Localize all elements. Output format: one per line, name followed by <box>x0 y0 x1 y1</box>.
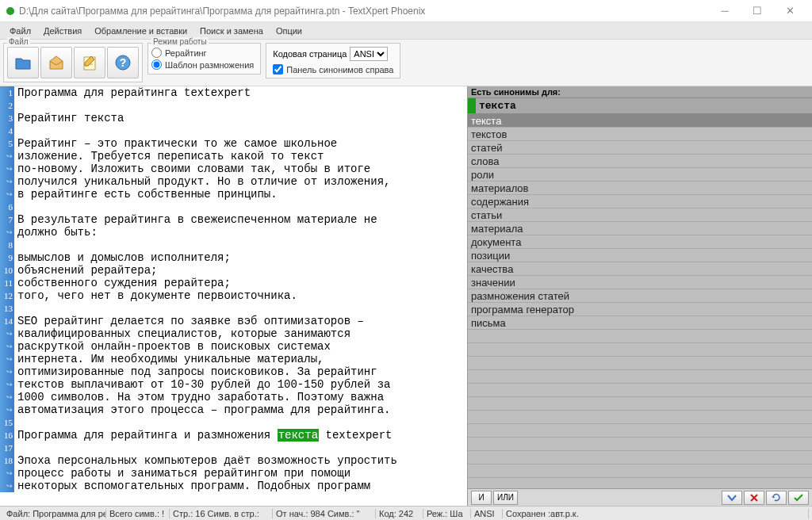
synonym-item[interactable]: значении <box>468 276 812 289</box>
synonym-item[interactable]: программа генератор <box>468 303 812 316</box>
line-text[interactable]: процесс работы и заниматься рерайтингом … <box>14 467 350 480</box>
synonym-item[interactable]: текста <box>468 114 812 128</box>
maximize-button[interactable]: ☐ <box>741 2 773 21</box>
editor-line[interactable]: 14SEO рерайтинг делается по заявке вэб о… <box>0 315 467 327</box>
synonym-item[interactable]: документа <box>468 235 812 249</box>
text-editor[interactable]: 1Программа для рерайтинга textexpert23Ре… <box>0 86 467 506</box>
line-text[interactable]: В результате рерайтинга в свежеиспеченно… <box>14 213 377 226</box>
synonym-item[interactable]: роли <box>468 168 812 182</box>
line-text[interactable]: в рерайтинге есть собственные принципы. <box>14 188 278 201</box>
editor-line[interactable]: ↪получился уникальный продукт. Но в отли… <box>0 175 467 188</box>
synonym-item[interactable]: слова <box>468 155 812 168</box>
edit-button[interactable] <box>74 47 105 78</box>
line-text[interactable]: Программа для рерайтинга и размножения т… <box>14 429 393 442</box>
line-text[interactable]: текстов выплачивают от 10-30 рублей до 1… <box>14 378 390 391</box>
editor-line[interactable]: ↪1000 символов. На этом трудно заработат… <box>0 391 467 403</box>
line-text[interactable]: вымыслов и домыслов исполнителя; <box>14 251 231 264</box>
editor-line[interactable]: ↪в рерайтинге есть собственные принципы. <box>0 188 467 201</box>
editor-line[interactable]: 16Программа для рерайтинга и размножения… <box>0 429 467 442</box>
open-button[interactable] <box>7 47 39 78</box>
menu-search[interactable]: Поиск и замена <box>193 24 270 38</box>
editor-line[interactable]: 15 <box>0 416 467 429</box>
line-text[interactable]: SEO рерайтинг делается по заявке вэб опт… <box>14 315 364 327</box>
line-text[interactable]: 1000 символов. На этом трудно заработать… <box>14 391 384 403</box>
line-text[interactable]: оптимизированные под запросы поисковиков… <box>14 365 377 378</box>
editor-line[interactable]: ↪должно быть: <box>0 226 467 239</box>
editor-line[interactable]: 6 <box>0 201 467 213</box>
editor-line[interactable]: 13 <box>0 302 467 315</box>
syn-check-button[interactable] <box>788 491 809 505</box>
line-text[interactable]: должно быть: <box>14 226 98 239</box>
menu-actions[interactable]: Действия <box>37 24 88 38</box>
line-text[interactable]: квалифицированных специалистов, которые … <box>14 327 350 340</box>
logic-and-button[interactable]: И <box>471 491 492 505</box>
editor-line[interactable]: 3Рерайтинг текста <box>0 112 467 124</box>
line-text[interactable]: автоматизация этого процесса – программа… <box>14 403 390 416</box>
editor-line[interactable]: 9вымыслов и домыслов исполнителя; <box>0 251 467 264</box>
editor-line[interactable]: 18Эпоха персональных компьютеров даёт во… <box>0 454 467 467</box>
synonym-item[interactable]: размножения статей <box>468 289 812 303</box>
synonym-item[interactable]: позиции <box>468 249 812 262</box>
syn-delete-button[interactable] <box>744 491 764 505</box>
editor-line[interactable]: 10объяснений рерайтера; <box>0 264 467 277</box>
line-text[interactable]: получился уникальный продукт. Но в отлич… <box>14 175 390 188</box>
menu-file[interactable]: Файл <box>3 24 37 38</box>
line-text[interactable]: раскруткой онлайн-проектов в поисковых с… <box>14 340 331 353</box>
synonym-item[interactable]: содержания <box>468 195 812 208</box>
line-text[interactable]: Эпоха персональных компьютеров даёт возм… <box>14 454 397 467</box>
editor-line[interactable]: 4 <box>0 124 467 137</box>
line-text[interactable]: интернета. Им необходимы уникальные мате… <box>14 353 324 365</box>
minimize-button[interactable]: ─ <box>709 2 741 21</box>
editor-line[interactable]: ↪автоматизация этого процесса – программ… <box>0 403 467 416</box>
synonym-item[interactable]: статей <box>468 141 812 155</box>
line-text[interactable]: Программа для рерайтинга textexpert <box>14 86 251 99</box>
editor-line[interactable]: ↪раскруткой онлайн-проектов в поисковых … <box>0 340 467 353</box>
editor-line[interactable]: ↪по-новому. Изложить своими словами так,… <box>0 162 467 175</box>
editor-line[interactable]: 7В результате рерайтинга в свежеиспеченн… <box>0 213 467 226</box>
synonym-item[interactable]: материала <box>468 222 812 235</box>
editor-line[interactable]: ↪квалифицированных специалистов, которые… <box>0 327 467 340</box>
help-button[interactable]: ? <box>107 47 139 78</box>
editor-line[interactable]: ↪интернета. Им необходимы уникальные мат… <box>0 353 467 365</box>
editor-line[interactable]: 5Рерайтинг – это практически то же самое… <box>0 137 467 150</box>
editor-line[interactable]: 11собственного суждения рерайтера; <box>0 277 467 289</box>
line-text[interactable]: того, чего нет в документе первоисточник… <box>14 289 297 302</box>
editor-line[interactable]: 12того, чего нет в документе первоисточн… <box>0 289 467 302</box>
menu-options[interactable]: Опции <box>270 24 308 38</box>
line-text[interactable]: по-новому. Изложить своими словами так, … <box>14 162 370 175</box>
line-text[interactable]: некоторых вспомогательных программ. Подо… <box>14 480 370 492</box>
line-text[interactable]: изложение. Требуется переписать какой то… <box>14 150 324 162</box>
synonym-item[interactable]: статьи <box>468 208 812 222</box>
line-text[interactable]: Рерайтинг – это практически то же самое … <box>14 137 337 150</box>
editor-line[interactable]: 1Программа для рерайтинга textexpert <box>0 86 467 99</box>
highlighted-word[interactable]: текста <box>278 429 319 442</box>
menu-frames[interactable]: Обрамление и вставки <box>88 24 193 38</box>
synonym-item[interactable]: материалов <box>468 182 812 195</box>
syn-panel-checkbox[interactable]: Панель синонимов справа <box>273 64 393 75</box>
close-button[interactable]: ✕ <box>774 2 806 21</box>
sb-mode: Реж.: Ша <box>423 509 471 518</box>
mode-multiply-radio[interactable]: Шаблон размножения <box>151 59 254 70</box>
syn-refresh-button[interactable] <box>766 491 787 505</box>
editor-line[interactable]: 8 <box>0 239 467 251</box>
synonym-item[interactable]: письма <box>468 316 812 330</box>
line-text[interactable]: собственного суждения рерайтера; <box>14 277 231 289</box>
editor-line[interactable]: 17 <box>0 442 467 454</box>
codepage-select[interactable]: ANSI <box>350 47 388 61</box>
editor-line[interactable]: ↪некоторых вспомогательных программ. Под… <box>0 480 467 492</box>
synonym-item[interactable]: текстов <box>468 128 812 141</box>
editor-line[interactable]: 2 <box>0 99 467 112</box>
synonym-item[interactable]: качества <box>468 262 812 276</box>
editor-line[interactable]: ↪изложение. Требуется переписать какой т… <box>0 150 467 162</box>
editor-line[interactable]: ↪оптимизированные под запросы поисковико… <box>0 365 467 378</box>
save-button[interactable] <box>40 47 72 78</box>
synonyms-current: текста <box>468 98 812 114</box>
mode-rewrite-radio[interactable]: Рерайтинг <box>151 48 254 58</box>
logic-or-button[interactable]: ИЛИ <box>493 491 518 505</box>
synonyms-list[interactable]: текстатекстовстатейсловаролиматериаловсо… <box>468 114 812 488</box>
editor-line[interactable]: ↪текстов выплачивают от 10-30 рублей до … <box>0 378 467 391</box>
line-text[interactable]: Рерайтинг текста <box>14 112 124 124</box>
editor-line[interactable]: ↪процесс работы и заниматься рерайтингом… <box>0 467 467 480</box>
line-text[interactable]: объяснений рерайтера; <box>14 264 157 277</box>
syn-down-button[interactable] <box>722 491 742 505</box>
